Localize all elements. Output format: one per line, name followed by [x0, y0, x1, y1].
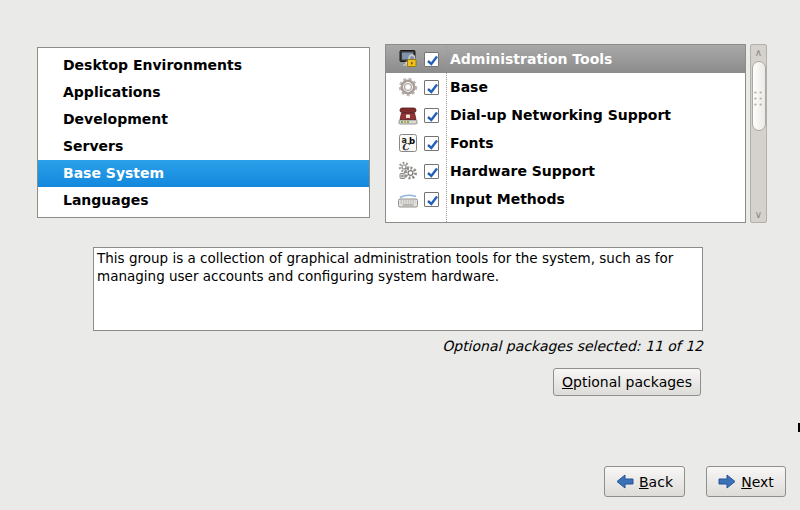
next-arrow-icon [718, 474, 736, 489]
group-label: Administration Tools [450, 51, 612, 67]
group-checkbox[interactable] [424, 80, 439, 95]
back-button-label: Back [639, 474, 673, 490]
scroll-down-icon[interactable]: ∨ [751, 207, 766, 222]
category-label: Languages [63, 192, 149, 208]
group-row-dialup-networking[interactable]: Dial-up Networking Support [386, 101, 745, 129]
category-label: Base System [63, 165, 164, 181]
group-label: Input Methods [450, 191, 565, 207]
package-selection-screen: Desktop Environments Applications Develo… [0, 0, 800, 510]
back-button[interactable]: Back [604, 466, 685, 497]
back-arrow-icon [616, 474, 634, 489]
admin-tools-icon [397, 48, 419, 70]
group-row-administration-tools[interactable]: Administration Tools [386, 45, 745, 73]
group-label: Fonts [450, 135, 494, 151]
group-row-fonts[interactable]: a b C Fonts [386, 129, 745, 157]
optional-packages-button-label: Optional packages [562, 374, 692, 390]
modem-phone-icon [397, 104, 419, 126]
optional-packages-button[interactable]: Optional packages [553, 368, 701, 396]
keyboard-icon [397, 188, 419, 210]
group-checkbox[interactable] [424, 108, 439, 123]
next-button-label: Next [741, 474, 774, 490]
category-label: Development [63, 111, 168, 127]
group-row-hardware-support[interactable]: Hardware Support [386, 157, 745, 185]
package-group-list: Administration Tools Base [385, 44, 746, 223]
category-label: Servers [63, 138, 123, 154]
group-label: Base [450, 79, 488, 95]
group-checkbox[interactable] [424, 164, 439, 179]
svg-text:b: b [409, 136, 415, 146]
category-label: Applications [63, 84, 161, 100]
group-description-text: This group is a collection of graphical … [97, 250, 673, 284]
gears-icon [397, 160, 419, 182]
group-row-base[interactable]: Base [386, 73, 745, 101]
category-item-servers[interactable]: Servers [38, 133, 369, 160]
category-item-development[interactable]: Development [38, 106, 369, 133]
group-row-input-methods[interactable]: Input Methods [386, 185, 745, 213]
scroll-up-icon[interactable]: ∧ [751, 45, 766, 60]
category-item-languages[interactable]: Languages [38, 187, 369, 214]
group-checkbox[interactable] [424, 136, 439, 151]
group-label: Dial-up Networking Support [450, 107, 671, 123]
scrollbar-grip: •••••• [753, 90, 765, 108]
group-checkbox[interactable] [424, 52, 439, 67]
category-item-applications[interactable]: Applications [38, 79, 369, 106]
fonts-icon: a b C [397, 132, 419, 154]
group-checkbox[interactable] [424, 192, 439, 207]
gear-icon [397, 76, 419, 98]
scrollbar-thumb[interactable]: •••••• [752, 61, 766, 131]
category-list: Desktop Environments Applications Develo… [37, 47, 370, 218]
next-button[interactable]: Next [706, 466, 786, 497]
category-item-base-system[interactable]: Base System [38, 160, 369, 187]
column-separator [446, 45, 447, 222]
group-list-scrollbar[interactable]: ∧ •••••• ∨ [750, 44, 767, 223]
group-description-box: This group is a collection of graphical … [93, 247, 703, 331]
category-label: Desktop Environments [63, 57, 242, 73]
group-label: Hardware Support [450, 163, 595, 179]
category-item-desktop-environments[interactable]: Desktop Environments [38, 52, 369, 79]
optional-packages-summary: Optional packages selected: 11 of 12 [442, 338, 703, 354]
